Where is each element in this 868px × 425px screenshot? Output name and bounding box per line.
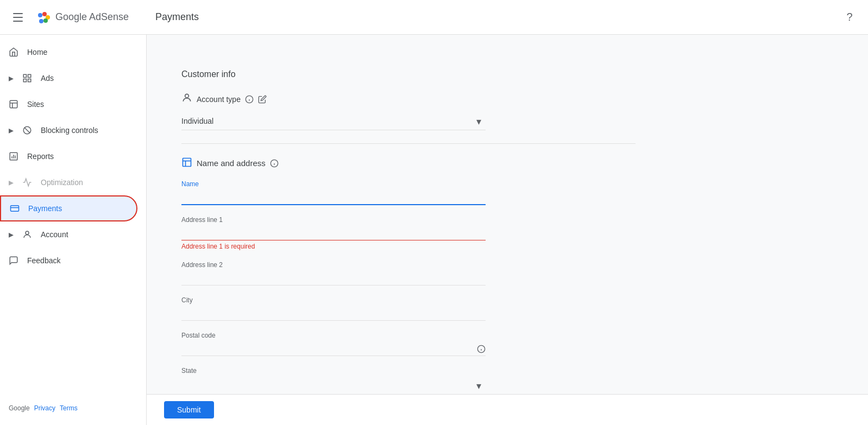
top-bar-left: Google AdSense bbox=[9, 9, 155, 26]
address1-label: Address line 1 bbox=[181, 216, 486, 224]
address1-error: Address line 1 is required bbox=[181, 243, 486, 250]
name-address-icon bbox=[181, 157, 192, 169]
postal-input[interactable] bbox=[181, 341, 486, 356]
logo-text: Google AdSense bbox=[55, 11, 129, 23]
address2-field-wrapper: Address line 2 bbox=[181, 261, 486, 286]
postal-info-icon[interactable] bbox=[477, 345, 486, 355]
sidebar-item-sites-label: Sites bbox=[27, 100, 44, 109]
footer-privacy-link[interactable]: Privacy bbox=[34, 404, 55, 412]
ads-expand-icon: ▸ bbox=[9, 72, 14, 84]
name-input[interactable] bbox=[181, 190, 486, 205]
svg-rect-25 bbox=[183, 158, 191, 167]
address1-field-wrapper: Address line 1 Address line 1 is require… bbox=[181, 216, 486, 250]
state-select-wrapper: ▾ bbox=[181, 377, 486, 394]
optimization-expand-icon: ▸ bbox=[9, 176, 14, 188]
main-scroll-area: Customer info Account type bbox=[147, 35, 868, 394]
body-wrap: Home ▸ Ads Sites ▸ Blocking controls bbox=[0, 35, 868, 425]
blocking-icon bbox=[22, 125, 32, 135]
svg-point-0 bbox=[38, 13, 42, 17]
google-logo-icon bbox=[36, 10, 51, 25]
svg-point-21 bbox=[185, 94, 189, 98]
city-label: City bbox=[181, 296, 486, 304]
footer-terms-link[interactable]: Terms bbox=[60, 404, 78, 412]
address1-input[interactable] bbox=[181, 226, 486, 240]
account-type-info-icon[interactable] bbox=[245, 95, 254, 104]
name-address-section: Name and address Name Address line 1 bbox=[181, 157, 636, 394]
home-icon bbox=[9, 47, 18, 57]
svg-point-20 bbox=[26, 231, 29, 234]
svg-rect-18 bbox=[11, 206, 19, 212]
sidebar: Home ▸ Ads Sites ▸ Blocking controls bbox=[0, 35, 147, 425]
account-type-label: Account type bbox=[197, 95, 241, 104]
name-label: Name bbox=[181, 180, 486, 188]
address2-input[interactable] bbox=[181, 271, 486, 286]
footer-brand: Google bbox=[9, 404, 30, 412]
account-expand-icon: ▸ bbox=[9, 229, 14, 240]
sidebar-item-ads[interactable]: ▸ Ads bbox=[0, 65, 137, 91]
account-type-person-icon bbox=[181, 92, 192, 106]
svg-rect-7 bbox=[23, 79, 26, 82]
svg-rect-9 bbox=[10, 100, 17, 108]
name-field-wrapper: Name bbox=[181, 180, 486, 205]
account-type-header: Account type bbox=[181, 92, 636, 106]
sidebar-footer: Google Privacy Terms bbox=[0, 396, 146, 421]
city-input[interactable] bbox=[181, 306, 486, 321]
svg-rect-6 bbox=[28, 74, 31, 77]
sidebar-item-feedback[interactable]: Feedback bbox=[0, 248, 137, 274]
name-address-info-icon[interactable] bbox=[270, 159, 279, 168]
address2-label: Address line 2 bbox=[181, 261, 486, 269]
postal-field-wrapper: Postal code bbox=[181, 332, 486, 356]
city-field-wrapper: City bbox=[181, 296, 486, 321]
sidebar-item-ads-label: Ads bbox=[41, 74, 54, 83]
sidebar-item-payments[interactable]: Payments bbox=[0, 195, 137, 221]
postal-label: Postal code bbox=[181, 332, 486, 339]
sidebar-item-feedback-label: Feedback bbox=[27, 256, 60, 265]
payments-icon bbox=[10, 204, 20, 213]
page-title: Payments bbox=[155, 11, 199, 23]
svg-line-13 bbox=[24, 128, 30, 134]
account-type-section: Account type Individual Business bbox=[181, 92, 636, 144]
content-wrapper: Customer info Account type bbox=[147, 35, 868, 425]
top-bar-right: ? bbox=[840, 8, 859, 27]
sidebar-item-optimization[interactable]: ▸ Optimization bbox=[0, 169, 137, 195]
ads-icon bbox=[22, 73, 32, 83]
svg-point-1 bbox=[42, 12, 47, 16]
sidebar-item-reports[interactable]: Reports bbox=[0, 143, 137, 169]
sidebar-item-payments-label: Payments bbox=[28, 204, 62, 213]
name-address-title: Name and address bbox=[197, 158, 266, 168]
svg-point-4 bbox=[39, 19, 43, 23]
state-label: State bbox=[181, 367, 486, 375]
sidebar-item-optimization-label: Optimization bbox=[41, 178, 83, 187]
svg-rect-8 bbox=[28, 79, 31, 82]
sidebar-item-account-label: Account bbox=[41, 230, 68, 239]
state-field-wrapper: State ▾ bbox=[181, 367, 486, 394]
name-address-header: Name and address bbox=[181, 157, 636, 169]
submit-bar: Submit bbox=[147, 394, 868, 425]
svg-rect-5 bbox=[23, 74, 26, 77]
optimization-icon bbox=[22, 177, 32, 187]
sidebar-item-home-label: Home bbox=[27, 48, 47, 56]
sidebar-item-blocking-label: Blocking controls bbox=[41, 126, 98, 135]
sidebar-item-blocking[interactable]: ▸ Blocking controls bbox=[0, 117, 137, 143]
sidebar-item-home[interactable]: Home bbox=[0, 39, 137, 65]
feedback-icon bbox=[9, 256, 18, 265]
svg-point-3 bbox=[43, 18, 48, 23]
account-type-select-wrapper: Individual Business ▾ bbox=[181, 112, 486, 130]
account-icon bbox=[22, 230, 32, 239]
blocking-expand-icon: ▸ bbox=[9, 124, 14, 136]
logo: Google AdSense bbox=[36, 10, 129, 25]
account-type-edit-icon[interactable] bbox=[258, 95, 267, 104]
sidebar-item-account[interactable]: ▸ Account bbox=[0, 221, 137, 248]
content-inner: Customer info Account type bbox=[164, 52, 653, 394]
sites-icon bbox=[9, 99, 18, 109]
customer-info-title: Customer info bbox=[181, 69, 636, 79]
sidebar-item-reports-label: Reports bbox=[27, 152, 54, 161]
sidebar-item-sites[interactable]: Sites bbox=[0, 91, 137, 117]
reports-icon bbox=[9, 151, 18, 161]
submit-button[interactable]: Submit bbox=[164, 401, 214, 418]
top-bar: Google AdSense Payments ? bbox=[0, 0, 868, 35]
help-button[interactable]: ? bbox=[840, 8, 859, 27]
account-type-select[interactable]: Individual Business bbox=[181, 112, 486, 130]
state-select[interactable] bbox=[181, 377, 486, 394]
menu-hamburger[interactable] bbox=[9, 9, 27, 26]
